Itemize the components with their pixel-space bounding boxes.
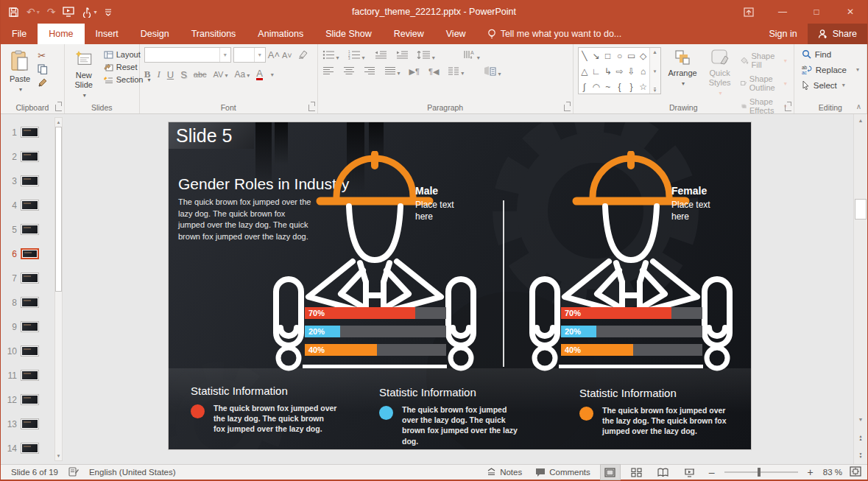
slide-thumbnail-image[interactable] — [21, 297, 39, 308]
shape-option-12[interactable]: ∫ — [583, 82, 585, 92]
shape-option-0[interactable]: ╲ — [582, 51, 587, 61]
slide-sorter-view-button[interactable] — [627, 465, 646, 480]
find-button[interactable]: Find — [799, 47, 862, 61]
character-spacing-button[interactable]: AV▾ — [214, 70, 228, 79]
rtl-direction-icon[interactable]: ¶◀ — [428, 67, 439, 77]
female-label-block[interactable]: Female Place text here — [671, 185, 738, 222]
close-button[interactable]: ✕ — [833, 0, 867, 24]
slide-badge[interactable]: Slide 5 — [169, 122, 254, 149]
thumbnail-panel-scrollbar[interactable]: ▲ ▼ — [54, 117, 63, 461]
slide-thumbnail-image[interactable] — [21, 394, 39, 405]
language-indicator[interactable]: English (United States) — [89, 468, 176, 477]
strikethrough-button[interactable]: abc — [194, 70, 207, 79]
slide-thumbnail-image[interactable] — [21, 321, 39, 332]
slide-thumbnail-image[interactable] — [21, 151, 39, 162]
slideshow-view-button[interactable] — [680, 465, 699, 480]
thumb-scroll-up-icon[interactable]: ▲ — [55, 118, 62, 127]
decrease-indent-icon[interactable] — [374, 50, 387, 61]
slide-thumbnail-image[interactable] — [21, 273, 39, 284]
clear-formatting-icon[interactable] — [297, 49, 308, 60]
normal-view-button[interactable] — [601, 465, 620, 480]
tell-me-box[interactable]: Tell me what you want to do... — [477, 24, 632, 44]
justify-icon[interactable]: ▾ — [384, 66, 401, 77]
editor-scroll-thumb[interactable] — [855, 199, 867, 220]
decrease-font-size-icon[interactable]: A˅ — [282, 51, 292, 60]
format-painter-icon[interactable] — [38, 77, 48, 88]
align-right-icon[interactable] — [364, 66, 375, 77]
shapes-gallery-scrollbar[interactable]: ▲ ▾ ▾ — [649, 48, 660, 94]
shapes-scroll-up-icon[interactable]: ▲ — [652, 49, 657, 55]
tab-transitions[interactable]: Transitions — [180, 24, 247, 44]
zoom-slider[interactable] — [724, 471, 798, 473]
tab-review[interactable]: Review — [383, 24, 435, 44]
start-slideshow-icon[interactable] — [63, 7, 74, 17]
quick-styles-button[interactable]: Quick Styles ▾ — [705, 47, 735, 102]
zoom-level[interactable]: 83 % — [823, 468, 842, 477]
font-dialog-launcher[interactable] — [308, 105, 315, 111]
align-center-icon[interactable] — [343, 66, 355, 77]
underline-button[interactable]: U — [167, 69, 174, 80]
shape-option-15[interactable]: { — [618, 82, 621, 92]
columns-icon[interactable]: ▾ — [448, 66, 464, 77]
shape-option-7[interactable]: ∟ — [592, 66, 601, 77]
male-label-block[interactable]: Male Place text here — [415, 185, 481, 222]
next-slide-button[interactable]: ▼▼ — [854, 449, 867, 461]
italic-button[interactable]: I — [157, 69, 160, 80]
shape-option-2[interactable]: □ — [605, 51, 610, 61]
fit-to-window-icon[interactable] — [850, 466, 861, 478]
zoom-in-button[interactable]: + — [805, 466, 816, 478]
align-left-icon[interactable] — [322, 66, 334, 77]
zoom-out-button[interactable]: – — [707, 466, 717, 478]
statistic-block-3[interactable]: Statistic Information The quick brown fo… — [579, 387, 749, 437]
shape-option-16[interactable]: } — [630, 82, 633, 92]
ltr-direction-icon[interactable]: ▶¶ — [409, 67, 420, 77]
sign-in-link[interactable]: Sign in — [758, 24, 807, 44]
shape-option-1[interactable]: ↘ — [593, 51, 600, 61]
editor-scroll-down-icon[interactable]: ▼ — [854, 413, 867, 426]
bullets-icon[interactable]: ▾ — [322, 50, 339, 61]
reading-view-button[interactable] — [654, 465, 673, 480]
shapes-scroll-down-icon[interactable]: ▾ — [654, 69, 657, 74]
cut-icon[interactable]: ✂ — [38, 50, 48, 61]
replace-button[interactable]: abac Replace ▾ — [799, 63, 862, 77]
slide-thumbnail-image[interactable] — [21, 248, 39, 259]
tab-insert[interactable]: Insert — [85, 24, 130, 44]
shape-option-14[interactable]: ~ — [605, 82, 610, 92]
shape-option-10[interactable]: ⇩ — [628, 66, 635, 77]
arrange-button[interactable]: Arrange ▾ — [664, 47, 702, 102]
statistic-block-1[interactable]: Statistic Information The quick brown fo… — [191, 385, 360, 435]
shape-option-3[interactable]: ○ — [617, 51, 622, 61]
shape-outline-button[interactable]: Shape Outline▾ — [738, 73, 789, 94]
font-size-combobox[interactable]: ▾ — [233, 47, 266, 63]
previous-slide-button[interactable]: ▲▲ — [854, 432, 867, 443]
shapes-gallery[interactable]: ╲↘□○▭◇△∟↳⇨⇩⌂∫◠~{}☆ ▲ ▾ ▾ — [578, 47, 661, 94]
paste-button[interactable]: Paste ▾ — [5, 47, 35, 102]
font-size-dropdown-icon[interactable]: ▾ — [254, 48, 265, 62]
shape-fill-button[interactable]: Shape Fill▾ — [738, 50, 789, 71]
slide-thumbnail-image[interactable] — [21, 370, 39, 381]
font-name-dropdown-icon[interactable]: ▾ — [219, 48, 230, 62]
tab-file[interactable]: File — [1, 24, 38, 44]
undo-icon[interactable]: ↶▾ — [27, 6, 40, 18]
comments-button[interactable]: Comments — [532, 468, 593, 477]
slide-thumbnail-image[interactable] — [21, 175, 39, 186]
ribbon-display-options-icon[interactable] — [732, 0, 766, 24]
redo-icon[interactable]: ↷ — [47, 6, 56, 18]
shape-option-17[interactable]: ☆ — [639, 82, 647, 92]
thumb-scroll-down-icon[interactable]: ▼ — [55, 452, 62, 460]
touch-mode-icon[interactable]: ▾ — [82, 7, 96, 18]
change-case-button[interactable]: Aa▾ — [234, 69, 250, 80]
zoom-slider-thumb[interactable] — [758, 468, 761, 477]
paragraph-dialog-launcher[interactable] — [564, 105, 571, 111]
minimize-button[interactable]: — — [766, 0, 800, 24]
slide-thumbnail-image[interactable] — [21, 345, 39, 357]
shape-option-5[interactable]: ◇ — [640, 51, 646, 61]
share-button[interactable]: Share — [808, 24, 867, 44]
text-shadow-button[interactable]: S — [180, 69, 187, 80]
tab-view[interactable]: View — [435, 24, 477, 44]
tab-animations[interactable]: Animations — [247, 24, 314, 44]
font-name-combobox[interactable]: ▾ — [144, 47, 231, 63]
increase-indent-icon[interactable] — [395, 50, 408, 61]
convert-smartart-icon[interactable]: ▾ — [483, 66, 501, 77]
female-bar-chart[interactable]: 70% 20% 40% — [561, 307, 702, 356]
